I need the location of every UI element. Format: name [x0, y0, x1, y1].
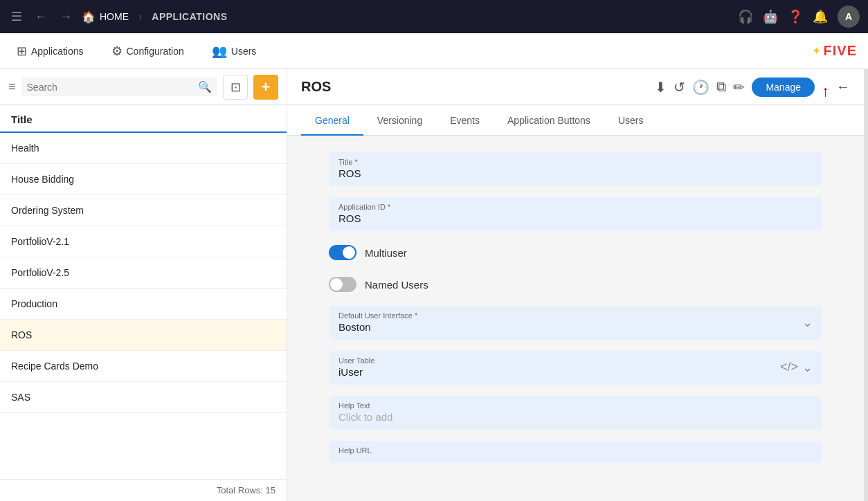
- applications-nav-label: Applications: [31, 46, 84, 57]
- view-toggle-button[interactable]: ⊡: [223, 75, 248, 100]
- chevron-down-icon[interactable]: ⌄: [802, 315, 813, 330]
- help-text-placeholder: Click to add: [338, 411, 813, 423]
- configuration-nav-item[interactable]: ⚙ Configuration: [106, 41, 190, 62]
- sidebar-footer: Total Rows: 15: [0, 479, 287, 501]
- download-icon[interactable]: ⬇: [655, 79, 667, 95]
- list-item[interactable]: PortfolioV-2.5: [0, 257, 287, 289]
- app-id-value: ROS: [338, 212, 813, 224]
- home-icon: 🏠: [82, 10, 96, 24]
- user-table-content: User Table iUser: [338, 356, 780, 378]
- app-id-field-inner[interactable]: Application ID * ROS: [329, 197, 822, 231]
- logo-star-icon: ✦: [812, 44, 821, 57]
- user-avatar[interactable]: A: [838, 6, 860, 28]
- list-column-title: Title: [11, 113, 33, 125]
- second-navigation: ⊞ Applications ⚙ Configuration 👥 Users ✦…: [0, 33, 868, 69]
- content-area: ROS ⬇ ↺ 🕐 ⧉ ✏ Manage ↑ ← General Version…: [287, 69, 864, 501]
- tabs-bar: General Versioning Events Application Bu…: [287, 105, 864, 136]
- tab-general[interactable]: General: [301, 105, 363, 136]
- app-id-field: Application ID * ROS: [329, 197, 822, 231]
- settings-icon: ⚙: [111, 44, 123, 59]
- configuration-nav-label: Configuration: [127, 46, 184, 57]
- tab-users[interactable]: Users: [604, 105, 658, 136]
- history-icon[interactable]: 🕐: [692, 79, 709, 95]
- user-table-label: User Table: [338, 356, 780, 365]
- app-id-label: Application ID *: [338, 203, 813, 211]
- help-text-field: Help Text Click to add: [329, 396, 822, 430]
- help-text-field-inner[interactable]: Help Text Click to add: [329, 396, 822, 430]
- title-field-value: ROS: [338, 167, 813, 179]
- back-content-icon[interactable]: ←: [836, 79, 850, 95]
- back-nav-icon[interactable]: ←: [32, 7, 50, 27]
- menu-icon[interactable]: ☰: [8, 6, 25, 27]
- sidebar-toolbar: ≡ 🔍 ⊡ +: [0, 69, 287, 105]
- manage-button[interactable]: Manage: [752, 78, 815, 97]
- support-icon[interactable]: 🎧: [738, 9, 753, 24]
- default-ui-value: Boston: [338, 321, 802, 333]
- add-button[interactable]: +: [253, 75, 278, 100]
- list-item[interactable]: Recipe Cards Demo: [0, 351, 287, 382]
- default-ui-field: Default User Interface * Boston ⌄: [329, 306, 822, 340]
- tab-application-buttons[interactable]: Application Buttons: [494, 105, 604, 136]
- five-logo: ✦ FIVE: [812, 43, 857, 59]
- list-item[interactable]: PortfolioV-2.1: [0, 226, 287, 257]
- list-item-selected[interactable]: ROS: [0, 320, 287, 351]
- title-field-inner[interactable]: Title * ROS: [329, 152, 822, 186]
- default-ui-field-inner[interactable]: Default User Interface * Boston ⌄: [329, 306, 822, 340]
- edit-icon[interactable]: ✏: [733, 79, 745, 95]
- tab-versioning[interactable]: Versioning: [363, 105, 436, 136]
- help-text-label: Help Text: [338, 401, 813, 410]
- applications-nav-item[interactable]: ⊞ Applications: [11, 41, 89, 62]
- logo-text: FIVE: [824, 43, 857, 59]
- default-ui-label: Default User Interface *: [338, 311, 802, 320]
- forward-nav-icon[interactable]: →: [57, 7, 75, 27]
- home-link[interactable]: 🏠 HOME: [82, 10, 129, 24]
- copy-icon[interactable]: ⧉: [716, 79, 726, 95]
- breadcrumb-arrow: ›: [138, 10, 142, 23]
- title-field-label: Title *: [338, 158, 813, 166]
- tab-events[interactable]: Events: [436, 105, 494, 136]
- list-item[interactable]: SAS: [0, 382, 287, 413]
- sidebar-list: Health House Bidding Ordering System Por…: [0, 133, 287, 479]
- help-url-label: Help URL: [338, 446, 813, 455]
- search-input-wrap: 🔍: [21, 78, 217, 96]
- applications-breadcrumb[interactable]: APPLICATIONS: [152, 11, 227, 22]
- user-table-chevron-icon[interactable]: ⌄: [802, 360, 813, 375]
- content-header: ROS ⬇ ↺ 🕐 ⧉ ✏ Manage ↑ ←: [287, 69, 864, 105]
- filter-icon[interactable]: ≡: [8, 80, 16, 94]
- users-nav-item[interactable]: 👥 Users: [206, 41, 262, 62]
- notifications-icon[interactable]: 🔔: [813, 9, 828, 24]
- main-layout: ≡ 🔍 ⊡ + Title Health House Bidding Order…: [0, 69, 868, 501]
- help-url-field-inner[interactable]: Help URL: [329, 441, 822, 463]
- list-item[interactable]: Production: [0, 289, 287, 320]
- multiuser-toggle-row: Multiuser: [329, 242, 822, 263]
- content-header-actions: ⬇ ↺ 🕐 ⧉ ✏ Manage ↑ ←: [655, 78, 850, 97]
- help-icon[interactable]: ❓: [788, 9, 803, 24]
- bot-icon[interactable]: 🤖: [763, 9, 778, 24]
- user-table-field: User Table iUser </> ⌄: [329, 351, 822, 385]
- list-item[interactable]: Ordering System: [0, 195, 287, 226]
- total-rows-label: Total Rows: 15: [217, 485, 275, 495]
- help-url-field: Help URL: [329, 441, 822, 463]
- multiuser-label: Multiuser: [365, 247, 407, 259]
- user-table-field-inner[interactable]: User Table iUser </> ⌄: [329, 351, 822, 385]
- named-users-toggle-row: Named Users: [329, 274, 822, 295]
- title-field: Title * ROS: [329, 152, 822, 186]
- list-header: Title: [0, 105, 287, 133]
- default-ui-actions: ⌄: [802, 315, 813, 330]
- search-input[interactable]: [27, 82, 194, 93]
- user-table-actions: </> ⌄: [780, 360, 813, 375]
- form-area: Title * ROS Application ID * ROS Multius…: [287, 136, 864, 501]
- multiuser-toggle-knob: [343, 246, 355, 259]
- users-nav-label: Users: [231, 46, 257, 57]
- list-item[interactable]: Health: [0, 133, 287, 164]
- top-navigation: ☰ ← → 🏠 HOME › APPLICATIONS 🎧 🤖 ❓ 🔔 A: [0, 0, 868, 33]
- list-item[interactable]: House Bidding: [0, 164, 287, 195]
- arrow-indicator: ↑: [822, 82, 829, 100]
- code-icon[interactable]: </>: [780, 360, 798, 374]
- named-users-toggle[interactable]: [329, 277, 356, 292]
- search-icon: 🔍: [198, 80, 212, 93]
- default-ui-content: Default User Interface * Boston: [338, 311, 802, 333]
- deploy-icon[interactable]: ↺: [673, 79, 685, 95]
- multiuser-toggle[interactable]: [329, 245, 356, 260]
- content-title: ROS: [301, 79, 647, 95]
